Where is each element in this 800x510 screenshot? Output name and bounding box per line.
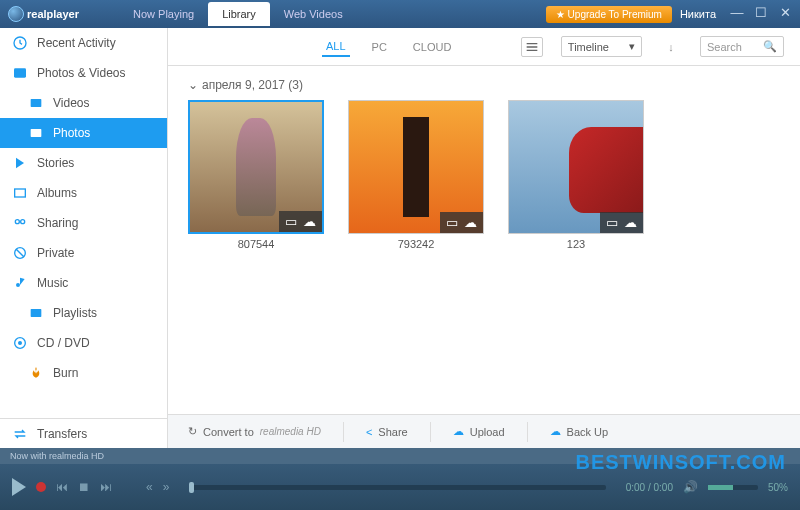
sidebar-label: Burn (53, 366, 78, 380)
svg-rect-8 (31, 309, 42, 317)
playlist-icon (28, 305, 44, 321)
sidebar-item-playlists[interactable]: Playlists (0, 298, 167, 328)
search-icon: 🔍 (763, 40, 777, 53)
view-list-button[interactable] (521, 37, 543, 57)
time-display: 0:00 / 0:00 (626, 482, 673, 493)
sidebar-item-transfers[interactable]: Transfers (0, 418, 167, 448)
volume-icon[interactable]: 🔊 (683, 480, 698, 494)
tab-library[interactable]: Library (208, 2, 270, 26)
thumbnail-item[interactable]: ▭☁ 123 (508, 100, 644, 250)
search-placeholder: Search (707, 41, 742, 53)
content-toolbar: ALL PC CLOUD Timeline▾ ↓ Search🔍 (168, 28, 800, 66)
sidebar-item-burn[interactable]: Burn (0, 358, 167, 388)
play-button[interactable] (12, 478, 26, 496)
svg-rect-3 (31, 129, 42, 137)
thumbnail-item[interactable]: ▭☁ 793242 (348, 100, 484, 250)
volume-slider[interactable] (708, 485, 758, 490)
convert-brand: realmedia HD (260, 426, 321, 437)
star-icon: ★ (556, 9, 565, 20)
convert-label: Convert to (203, 426, 254, 438)
cloud-icon: ☁ (464, 215, 477, 230)
forward-button[interactable]: » (163, 480, 170, 494)
tab-web-videos[interactable]: Web Videos (270, 2, 357, 26)
sidebar-item-photos[interactable]: Photos (0, 118, 167, 148)
close-button[interactable]: ✕ (778, 7, 792, 21)
share-icon: < (366, 426, 372, 438)
chevron-down-icon: ▾ (629, 40, 635, 53)
burn-icon (28, 365, 44, 381)
sidebar-label: Videos (53, 96, 89, 110)
top-tabs: Now Playing Library Web Videos (119, 2, 357, 26)
bottom-toolbar: ↻Convert to realmedia HD <Share ☁Upload … (168, 414, 800, 448)
sidebar-item-recent[interactable]: Recent Activity (0, 28, 167, 58)
user-name[interactable]: Никита (680, 8, 716, 20)
sidebar-label: Albums (37, 186, 77, 200)
sidebar-item-private[interactable]: Private (0, 238, 167, 268)
sidebar-item-music[interactable]: Music (0, 268, 167, 298)
thumbnail-label: 807544 (188, 238, 324, 250)
private-icon (12, 245, 28, 261)
share-label: Share (378, 426, 407, 438)
music-icon (12, 275, 28, 291)
sidebar-label: CD / DVD (37, 336, 90, 350)
sidebar-label: Stories (37, 156, 74, 170)
filter-pc[interactable]: PC (368, 38, 391, 56)
albums-icon (12, 185, 28, 201)
timeline-label: Timeline (568, 41, 609, 53)
titlebar: realplayer Now Playing Library Web Video… (0, 0, 800, 28)
upload-icon: ☁ (453, 425, 464, 438)
disc-icon (12, 335, 28, 351)
record-button[interactable] (36, 482, 46, 492)
convert-button[interactable]: ↻Convert to realmedia HD (180, 421, 329, 442)
timeline-dropdown[interactable]: Timeline▾ (561, 36, 642, 57)
thumbnail-item[interactable]: ▭☁ 807544 (188, 100, 324, 250)
filter-all[interactable]: ALL (322, 37, 350, 57)
convert-icon: ↻ (188, 425, 197, 438)
sidebar-item-videos[interactable]: Videos (0, 88, 167, 118)
thumbnail-label: 123 (508, 238, 644, 250)
sidebar-item-cd-dvd[interactable]: CD / DVD (0, 328, 167, 358)
upload-button[interactable]: ☁Upload (445, 421, 513, 442)
stop-button[interactable]: ⏹ (78, 480, 90, 494)
sidebar-item-photos-videos[interactable]: Photos & Videos (0, 58, 167, 88)
prev-button[interactable]: ⏮ (56, 480, 68, 494)
sharing-icon (12, 215, 28, 231)
sidebar-label: Sharing (37, 216, 78, 230)
transfers-icon (12, 426, 28, 442)
svg-rect-2 (31, 99, 42, 107)
upgrade-button[interactable]: ★ Upgrade To Premium (546, 6, 672, 23)
sidebar: Recent Activity Photos & Videos Videos P… (0, 28, 168, 448)
tab-now-playing[interactable]: Now Playing (119, 2, 208, 26)
svg-point-10 (19, 342, 22, 345)
svg-rect-4 (15, 189, 26, 197)
date-label: апреля 9, 2017 (3) (202, 78, 303, 92)
sidebar-label: Photos (53, 126, 90, 140)
chevron-down-icon: ⌄ (188, 78, 198, 92)
seek-slider[interactable] (189, 485, 605, 490)
sort-button[interactable]: ↓ (660, 37, 682, 57)
maximize-button[interactable]: ☐ (754, 7, 768, 21)
cloud-icon: ☁ (624, 215, 637, 230)
date-group-header[interactable]: ⌄ апреля 9, 2017 (3) (188, 78, 780, 92)
clock-icon (12, 35, 28, 51)
thumbnail-label: 793242 (348, 238, 484, 250)
screen-icon: ▭ (606, 215, 618, 230)
sidebar-item-sharing[interactable]: Sharing (0, 208, 167, 238)
search-input[interactable]: Search🔍 (700, 36, 784, 57)
sidebar-label: Music (37, 276, 68, 290)
sidebar-label: Photos & Videos (37, 66, 126, 80)
filter-cloud[interactable]: CLOUD (409, 38, 456, 56)
backup-label: Back Up (567, 426, 609, 438)
gallery: ⌄ апреля 9, 2017 (3) ▭☁ 807544 ▭☁ 793 (168, 66, 800, 414)
photo-icon (28, 125, 44, 141)
cloud-icon: ☁ (303, 214, 316, 229)
sidebar-item-albums[interactable]: Albums (0, 178, 167, 208)
next-button[interactable]: ⏭ (100, 480, 112, 494)
share-button[interactable]: <Share (358, 422, 416, 442)
sidebar-label: Private (37, 246, 74, 260)
upgrade-label: Upgrade To Premium (568, 9, 662, 20)
rewind-button[interactable]: « (146, 480, 153, 494)
minimize-button[interactable]: — (730, 7, 744, 21)
sidebar-item-stories[interactable]: Stories (0, 148, 167, 178)
backup-button[interactable]: ☁Back Up (542, 421, 617, 442)
